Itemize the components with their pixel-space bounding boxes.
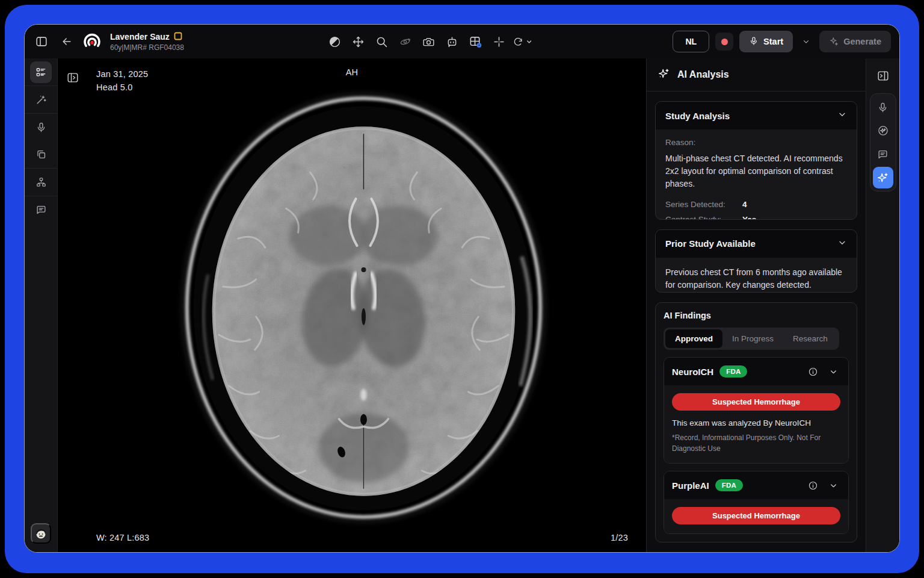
chevron-down-icon[interactable] [826,478,840,493]
viewer-toolbar [184,32,673,51]
right-strip-toolbar [870,93,896,191]
reason-label: Reason: [665,138,847,147]
app-logo [82,32,102,51]
tab-research[interactable]: Research [783,329,837,348]
tab-in-progress[interactable]: In Progress [722,329,783,348]
layout-settings-icon[interactable] [466,32,485,51]
pan-icon[interactable] [348,32,368,51]
study-analysis-header[interactable]: Study Analysis [656,102,857,129]
magic-wand-icon [30,89,52,111]
info-icon[interactable] [805,364,820,379]
hemorrhage-alert-banner: Suspected Hemorrhage [672,507,840,524]
window-level-icon[interactable] [325,32,344,51]
hierarchy-icon [30,172,52,193]
record-indicator-button[interactable] [715,33,733,51]
record-dot [721,39,728,45]
image-viewport[interactable]: Jan 31, 2025 Head 5.0 AH W: 247 L:683 1/… [58,58,646,552]
finding-header[interactable]: NeuroICH FDA [664,358,848,385]
chat-bubble-icon [30,199,52,221]
reset-view-icon[interactable] [513,32,532,51]
finding-card-purpleai: PurpleAI FDA Suspected Hemorrhage [664,471,849,534]
left-sidebar [25,58,58,552]
disclaimer-text: *Record, Informational Purposes Only. No… [672,433,840,454]
ai-sparkle-icon [658,67,670,82]
sidebar-item-dictation[interactable] [25,114,57,141]
slice-counter: 1/23 [611,533,628,542]
right-icon-strip [866,58,899,552]
finding-header[interactable]: PurpleAI FDA [664,471,848,499]
sidebar-item-comments[interactable] [25,196,57,223]
contrast-study-row: Contrast Study: Yes [665,214,847,220]
zoom-icon[interactable] [372,32,391,51]
sidebar-item-compare[interactable] [25,141,57,168]
prior-study-header[interactable]: Prior Study Available [656,230,857,258]
ai-analysis-panel: AI Analysis Study Analysis Reason: Multi… [646,58,866,552]
series-detected-row: Series Detected: 4 [665,199,847,211]
prior-study-text: Previous chest CT from 6 months ago avai… [665,266,847,291]
patient-meta: 60y|M|MR# RGF04038 [110,43,184,52]
worklist-icon [30,61,52,83]
start-options-chevron-icon[interactable] [799,32,813,51]
ai-panel-title: AI Analysis [677,69,729,80]
generate-button[interactable]: Generate [819,31,891,52]
top-bar: Lavender Sauz 60y|M|MR# RGF04038 [25,25,899,58]
tab-approved[interactable]: Approved [665,329,722,348]
sidebar-toggle-icon[interactable] [32,32,51,51]
ai-circle-icon[interactable] [873,120,893,141]
finding-body: Suspected Hemorrhage This exam was analy… [664,385,848,463]
microphone-icon[interactable] [873,96,893,118]
prior-study-card: Prior Study Available Previous chest CT … [655,229,857,293]
patient-flag-icon[interactable] [174,31,182,43]
user-avatar[interactable] [31,523,51,544]
findings-tabs: Approved In Progress Research [664,328,839,350]
prior-study-body: Previous chest CT from 6 months ago avai… [656,258,857,293]
rotate-3d-icon[interactable] [395,32,414,51]
ai-analysis-toggle-icon[interactable] [873,167,893,188]
ai-findings-section: AI Findings Approved In Progress Researc… [655,302,857,542]
study-analysis-body: Reason: Multi-phase chest CT detected. A… [656,129,857,220]
finding-card-neuroich: NeuroICH FDA Suspected Hemorrhage This e… [664,357,849,464]
sidebar-item-worklist[interactable] [25,58,57,85]
chevron-down-icon[interactable] [826,364,840,379]
ai-panel-header: AI Analysis [647,58,866,92]
reason-text: Multi-phase chest CT detected. AI recomm… [665,152,847,190]
crosshair-icon[interactable] [489,32,508,51]
patient-info: Lavender Sauz 60y|M|MR# RGF04038 [110,31,184,52]
window-level-readout: W: 247 L:683 [96,533,149,542]
back-arrow-icon[interactable] [57,32,76,51]
patient-name: Lavender Sauz [110,32,170,43]
chevron-down-icon [837,110,847,122]
copy-layers-icon [30,144,52,166]
mri-brain-image [58,58,646,552]
microphone-icon [30,117,52,138]
panel-collapse-icon[interactable] [873,66,893,85]
orientation-marker: AH [58,67,646,77]
hemorrhage-alert-banner: Suspected Hemorrhage [672,393,840,411]
finding-body: Suspected Hemorrhage [664,499,848,533]
ai-assistant-icon[interactable] [442,32,461,51]
sidebar-item-magic-tools[interactable] [25,86,57,113]
fda-badge: FDA [715,479,743,491]
sidebar-item-hierarchy[interactable] [25,169,57,196]
sparkle-icon [829,36,839,48]
ai-findings-title: AI Findings [664,311,849,320]
panel-expand-icon[interactable] [63,68,82,87]
fda-badge: FDA [719,365,747,378]
camera-capture-icon[interactable] [419,32,438,51]
start-dictation-button[interactable]: Start [739,31,793,52]
series-name: Head 5.0 [96,81,148,94]
info-icon[interactable] [805,478,820,493]
chat-bubble-icon[interactable] [873,143,893,165]
analyzed-by-text: This exam was analyzed By NeuroICH [672,418,840,427]
ai-panel-body: Study Analysis Reason: Multi-phase chest… [647,92,866,552]
nl-button[interactable]: NL [673,31,709,52]
chevron-down-icon [837,238,847,250]
app-window: Lavender Sauz 60y|M|MR# RGF04038 [24,24,900,553]
microphone-icon [749,36,759,48]
study-analysis-card: Study Analysis Reason: Multi-phase chest… [655,101,857,220]
